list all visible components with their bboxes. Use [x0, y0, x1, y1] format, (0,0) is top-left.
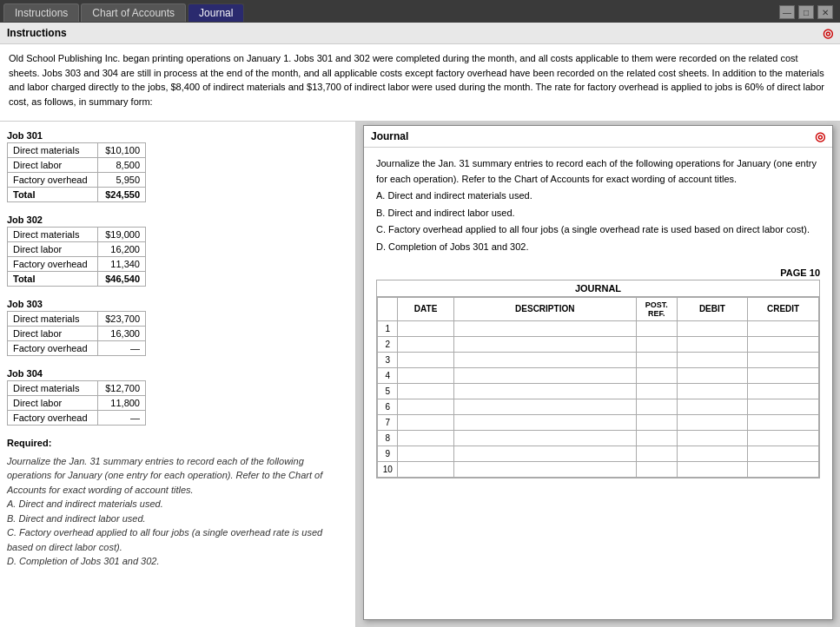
tab-chart-of-accounts[interactable]: Chart of Accounts	[81, 3, 186, 22]
close-button[interactable]: ✕	[817, 5, 833, 19]
journal-debit-cell[interactable]	[677, 399, 748, 414]
journal-post-input[interactable]	[640, 401, 673, 412]
journal-credit-input[interactable]	[751, 339, 815, 349]
journal-modal-close-button[interactable]: ◎	[815, 129, 825, 143]
journal-desc-cell[interactable]	[453, 399, 636, 414]
journal-post-cell[interactable]	[636, 320, 677, 336]
journal-credit-input[interactable]	[751, 386, 815, 396]
journal-post-cell[interactable]	[636, 352, 677, 367]
journal-post-cell[interactable]	[636, 461, 677, 477]
journal-debit-cell[interactable]	[677, 430, 748, 446]
journal-debit-cell[interactable]	[677, 367, 748, 383]
journal-date-cell[interactable]	[398, 461, 453, 477]
journal-credit-input[interactable]	[751, 354, 815, 365]
journal-credit-input[interactable]	[751, 370, 815, 380]
journal-debit-input[interactable]	[681, 417, 744, 427]
journal-post-input[interactable]	[640, 339, 673, 349]
journal-credit-input[interactable]	[751, 401, 815, 412]
journal-post-cell[interactable]	[636, 383, 677, 399]
journal-desc-input[interactable]	[458, 323, 632, 333]
journal-date-input[interactable]	[401, 401, 449, 412]
journal-credit-cell[interactable]	[748, 367, 819, 383]
journal-debit-input[interactable]	[681, 386, 744, 396]
journal-post-input[interactable]	[640, 464, 673, 474]
journal-desc-input[interactable]	[458, 448, 632, 459]
journal-credit-cell[interactable]	[748, 336, 819, 352]
journal-post-input[interactable]	[640, 448, 673, 459]
journal-post-input[interactable]	[640, 432, 673, 443]
journal-desc-input[interactable]	[458, 370, 632, 380]
journal-debit-input[interactable]	[681, 370, 744, 380]
journal-debit-input[interactable]	[681, 448, 744, 459]
journal-debit-input[interactable]	[681, 339, 744, 349]
journal-credit-cell[interactable]	[748, 383, 819, 399]
journal-desc-input[interactable]	[458, 417, 632, 427]
minimize-button[interactable]: ―	[779, 5, 795, 19]
journal-date-cell[interactable]	[398, 430, 453, 446]
journal-credit-cell[interactable]	[748, 446, 819, 461]
journal-credit-input[interactable]	[751, 323, 815, 333]
journal-date-input[interactable]	[401, 370, 449, 380]
journal-desc-input[interactable]	[458, 432, 632, 443]
journal-debit-input[interactable]	[681, 432, 744, 443]
journal-credit-cell[interactable]	[748, 399, 819, 414]
journal-credit-cell[interactable]	[748, 414, 819, 430]
journal-credit-cell[interactable]	[748, 430, 819, 446]
journal-date-input[interactable]	[401, 417, 449, 427]
journal-desc-input[interactable]	[458, 401, 632, 412]
journal-date-input[interactable]	[401, 323, 449, 333]
journal-post-input[interactable]	[640, 386, 673, 396]
journal-post-cell[interactable]	[636, 446, 677, 461]
journal-desc-cell[interactable]	[453, 461, 636, 477]
journal-post-cell[interactable]	[636, 336, 677, 352]
journal-post-input[interactable]	[640, 370, 673, 380]
journal-date-cell[interactable]	[398, 383, 453, 399]
journal-debit-cell[interactable]	[677, 320, 748, 336]
journal-credit-input[interactable]	[751, 448, 815, 459]
journal-post-input[interactable]	[640, 323, 673, 333]
journal-desc-cell[interactable]	[453, 446, 636, 461]
journal-date-cell[interactable]	[398, 352, 453, 367]
journal-credit-cell[interactable]	[748, 461, 819, 477]
journal-desc-cell[interactable]	[453, 414, 636, 430]
journal-post-cell[interactable]	[636, 414, 677, 430]
journal-date-input[interactable]	[401, 432, 449, 443]
journal-date-cell[interactable]	[398, 414, 453, 430]
journal-debit-input[interactable]	[681, 401, 744, 412]
journal-desc-input[interactable]	[458, 354, 632, 365]
journal-credit-cell[interactable]	[748, 352, 819, 367]
journal-debit-cell[interactable]	[677, 461, 748, 477]
journal-credit-input[interactable]	[751, 432, 815, 443]
journal-date-input[interactable]	[401, 464, 449, 474]
journal-debit-cell[interactable]	[677, 383, 748, 399]
journal-post-cell[interactable]	[636, 367, 677, 383]
journal-desc-input[interactable]	[458, 386, 632, 396]
journal-debit-input[interactable]	[681, 323, 744, 333]
journal-date-cell[interactable]	[398, 446, 453, 461]
journal-debit-cell[interactable]	[677, 446, 748, 461]
journal-post-input[interactable]	[640, 354, 673, 365]
journal-date-cell[interactable]	[398, 336, 453, 352]
journal-debit-cell[interactable]	[677, 352, 748, 367]
journal-desc-input[interactable]	[458, 464, 632, 474]
journal-date-cell[interactable]	[398, 367, 453, 383]
journal-debit-cell[interactable]	[677, 414, 748, 430]
journal-date-input[interactable]	[401, 339, 449, 349]
journal-desc-cell[interactable]	[453, 336, 636, 352]
journal-date-input[interactable]	[401, 386, 449, 396]
journal-debit-cell[interactable]	[677, 336, 748, 352]
journal-desc-cell[interactable]	[453, 352, 636, 367]
journal-debit-input[interactable]	[681, 354, 744, 365]
journal-date-cell[interactable]	[398, 320, 453, 336]
journal-post-cell[interactable]	[636, 399, 677, 414]
tab-instructions[interactable]: Instructions	[3, 3, 79, 22]
journal-credit-input[interactable]	[751, 464, 815, 474]
journal-desc-cell[interactable]	[453, 367, 636, 383]
journal-date-input[interactable]	[401, 354, 449, 365]
journal-desc-cell[interactable]	[453, 430, 636, 446]
tab-journal[interactable]: Journal	[188, 3, 244, 22]
journal-desc-cell[interactable]	[453, 383, 636, 399]
journal-post-input[interactable]	[640, 417, 673, 427]
instructions-close-button[interactable]: ◎	[823, 26, 833, 40]
journal-post-cell[interactable]	[636, 430, 677, 446]
